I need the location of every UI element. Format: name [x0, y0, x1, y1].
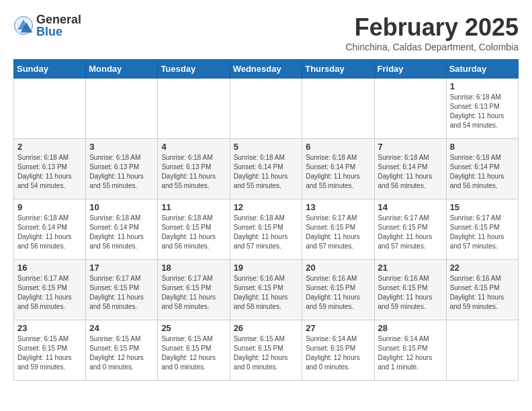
weekday-header-sunday: Sunday: [14, 60, 86, 79]
day-number: 17: [89, 263, 154, 273]
weekday-header-saturday: Saturday: [446, 60, 518, 79]
calendar-cell: 26Sunrise: 6:15 AM Sunset: 6:15 PM Dayli…: [230, 320, 302, 381]
day-info: Sunrise: 6:18 AM Sunset: 6:13 PM Dayligh…: [17, 153, 82, 191]
calendar-cell: 15Sunrise: 6:17 AM Sunset: 6:15 PM Dayli…: [446, 199, 518, 260]
calendar-cell: 13Sunrise: 6:17 AM Sunset: 6:15 PM Dayli…: [302, 199, 374, 260]
day-info: Sunrise: 6:17 AM Sunset: 6:15 PM Dayligh…: [161, 274, 226, 312]
day-number: 20: [306, 263, 370, 273]
day-number: 27: [306, 323, 370, 333]
calendar-cell: [158, 79, 230, 139]
day-info: Sunrise: 6:17 AM Sunset: 6:15 PM Dayligh…: [89, 274, 154, 312]
day-number: 8: [450, 142, 515, 152]
day-info: Sunrise: 6:17 AM Sunset: 6:15 PM Dayligh…: [306, 214, 370, 251]
calendar-cell: 16Sunrise: 6:17 AM Sunset: 6:15 PM Dayli…: [14, 260, 86, 320]
day-info: Sunrise: 6:18 AM Sunset: 6:14 PM Dayligh…: [450, 153, 515, 191]
day-info: Sunrise: 6:16 AM Sunset: 6:15 PM Dayligh…: [234, 274, 299, 312]
day-info: Sunrise: 6:18 AM Sunset: 6:14 PM Dayligh…: [378, 153, 443, 191]
logo-icon: [13, 15, 34, 36]
day-info: Sunrise: 6:17 AM Sunset: 6:15 PM Dayligh…: [17, 274, 82, 312]
calendar-table: SundayMondayTuesdayWednesdayThursdayFrid…: [13, 59, 519, 381]
day-number: 13: [306, 202, 370, 212]
day-info: Sunrise: 6:16 AM Sunset: 6:15 PM Dayligh…: [306, 274, 370, 312]
day-info: Sunrise: 6:18 AM Sunset: 6:15 PM Dayligh…: [161, 214, 226, 251]
calendar-week-row: 2Sunrise: 6:18 AM Sunset: 6:13 PM Daylig…: [14, 139, 519, 199]
calendar-cell: 7Sunrise: 6:18 AM Sunset: 6:14 PM Daylig…: [374, 139, 446, 199]
calendar-cell: 23Sunrise: 6:15 AM Sunset: 6:15 PM Dayli…: [14, 320, 86, 381]
location-text: Chinchina, Caldas Department, Colombia: [345, 42, 519, 52]
calendar-cell: 11Sunrise: 6:18 AM Sunset: 6:15 PM Dayli…: [158, 199, 230, 260]
calendar-week-row: 9Sunrise: 6:18 AM Sunset: 6:14 PM Daylig…: [14, 199, 519, 260]
calendar-week-row: 1Sunrise: 6:18 AM Sunset: 6:13 PM Daylig…: [14, 79, 519, 139]
calendar-week-row: 23Sunrise: 6:15 AM Sunset: 6:15 PM Dayli…: [14, 320, 519, 381]
calendar-cell: 6Sunrise: 6:18 AM Sunset: 6:14 PM Daylig…: [302, 139, 374, 199]
weekday-header-wednesday: Wednesday: [230, 60, 302, 79]
month-title: February 2025: [345, 13, 519, 42]
day-info: Sunrise: 6:15 AM Sunset: 6:15 PM Dayligh…: [89, 334, 154, 372]
day-info: Sunrise: 6:16 AM Sunset: 6:15 PM Dayligh…: [450, 274, 515, 312]
calendar-cell: 2Sunrise: 6:18 AM Sunset: 6:13 PM Daylig…: [14, 139, 86, 199]
day-number: 14: [378, 202, 443, 212]
weekday-header-row: SundayMondayTuesdayWednesdayThursdayFrid…: [14, 60, 519, 79]
day-info: Sunrise: 6:18 AM Sunset: 6:13 PM Dayligh…: [89, 153, 154, 191]
day-number: 6: [306, 142, 370, 152]
calendar-cell: 20Sunrise: 6:16 AM Sunset: 6:15 PM Dayli…: [302, 260, 374, 320]
day-info: Sunrise: 6:18 AM Sunset: 6:15 PM Dayligh…: [234, 214, 299, 251]
calendar-cell: [374, 79, 446, 139]
day-info: Sunrise: 6:16 AM Sunset: 6:15 PM Dayligh…: [378, 274, 443, 312]
calendar-cell: [446, 320, 518, 381]
title-area: February 2025 Chinchina, Caldas Departme…: [345, 13, 519, 52]
calendar-cell: 27Sunrise: 6:14 AM Sunset: 6:15 PM Dayli…: [302, 320, 374, 381]
calendar-cell: 19Sunrise: 6:16 AM Sunset: 6:15 PM Dayli…: [230, 260, 302, 320]
weekday-header-tuesday: Tuesday: [158, 60, 230, 79]
calendar-cell: 14Sunrise: 6:17 AM Sunset: 6:15 PM Dayli…: [374, 199, 446, 260]
calendar-cell: 21Sunrise: 6:16 AM Sunset: 6:15 PM Dayli…: [374, 260, 446, 320]
calendar-cell: [302, 79, 374, 139]
logo-blue-text: Blue: [36, 26, 81, 38]
day-info: Sunrise: 6:18 AM Sunset: 6:13 PM Dayligh…: [161, 153, 226, 191]
calendar-cell: 24Sunrise: 6:15 AM Sunset: 6:15 PM Dayli…: [86, 320, 158, 381]
weekday-header-friday: Friday: [374, 60, 446, 79]
day-number: 3: [89, 142, 154, 152]
day-number: 15: [450, 202, 515, 212]
day-number: 10: [89, 202, 154, 212]
day-number: 5: [234, 142, 299, 152]
day-number: 9: [17, 202, 82, 212]
calendar-cell: 17Sunrise: 6:17 AM Sunset: 6:15 PM Dayli…: [86, 260, 158, 320]
day-info: Sunrise: 6:18 AM Sunset: 6:14 PM Dayligh…: [234, 153, 299, 191]
weekday-header-thursday: Thursday: [302, 60, 374, 79]
calendar-cell: 18Sunrise: 6:17 AM Sunset: 6:15 PM Dayli…: [158, 260, 230, 320]
day-number: 12: [234, 202, 299, 212]
day-number: 28: [378, 323, 443, 333]
day-number: 11: [161, 202, 226, 212]
calendar-cell: [86, 79, 158, 139]
calendar-cell: 4Sunrise: 6:18 AM Sunset: 6:13 PM Daylig…: [158, 139, 230, 199]
day-number: 7: [378, 142, 443, 152]
calendar-cell: 3Sunrise: 6:18 AM Sunset: 6:13 PM Daylig…: [86, 139, 158, 199]
calendar-week-row: 16Sunrise: 6:17 AM Sunset: 6:15 PM Dayli…: [14, 260, 519, 320]
day-number: 16: [17, 263, 82, 273]
day-number: 19: [234, 263, 299, 273]
day-info: Sunrise: 6:17 AM Sunset: 6:15 PM Dayligh…: [450, 214, 515, 251]
calendar-cell: 22Sunrise: 6:16 AM Sunset: 6:15 PM Dayli…: [446, 260, 518, 320]
day-info: Sunrise: 6:15 AM Sunset: 6:15 PM Dayligh…: [234, 334, 299, 372]
day-number: 18: [161, 263, 226, 273]
day-number: 26: [234, 323, 299, 333]
calendar-cell: 9Sunrise: 6:18 AM Sunset: 6:14 PM Daylig…: [14, 199, 86, 260]
day-number: 1: [450, 81, 515, 91]
day-number: 22: [450, 263, 515, 273]
day-info: Sunrise: 6:15 AM Sunset: 6:15 PM Dayligh…: [161, 334, 226, 372]
day-info: Sunrise: 6:18 AM Sunset: 6:14 PM Dayligh…: [17, 214, 82, 251]
day-number: 2: [17, 142, 82, 152]
logo-general-text: General: [36, 13, 81, 26]
calendar-cell: [14, 79, 86, 139]
calendar-cell: 5Sunrise: 6:18 AM Sunset: 6:14 PM Daylig…: [230, 139, 302, 199]
day-number: 25: [161, 323, 226, 333]
calendar-cell: 12Sunrise: 6:18 AM Sunset: 6:15 PM Dayli…: [230, 199, 302, 260]
day-number: 24: [89, 323, 154, 333]
calendar-cell: 28Sunrise: 6:14 AM Sunset: 6:15 PM Dayli…: [374, 320, 446, 381]
day-number: 4: [161, 142, 226, 152]
day-info: Sunrise: 6:18 AM Sunset: 6:14 PM Dayligh…: [89, 214, 154, 251]
day-info: Sunrise: 6:18 AM Sunset: 6:13 PM Dayligh…: [450, 93, 515, 130]
day-info: Sunrise: 6:14 AM Sunset: 6:15 PM Dayligh…: [378, 334, 443, 372]
day-info: Sunrise: 6:17 AM Sunset: 6:15 PM Dayligh…: [378, 214, 443, 251]
